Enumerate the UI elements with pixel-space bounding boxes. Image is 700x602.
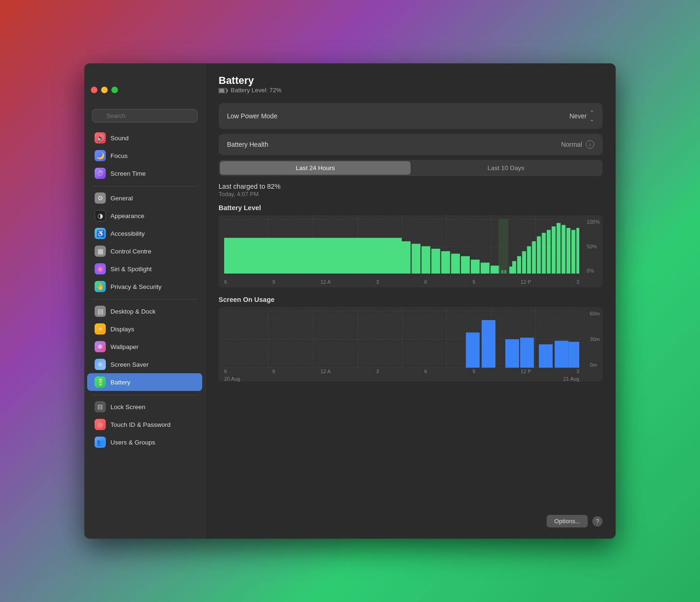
stepper-icon: ⌃⌄ [590,109,594,123]
sidebar-separator-1 [92,186,198,186]
footer: Options... ? [219,510,603,527]
search-wrapper: 🔍 [84,109,205,129]
svg-rect-9 [451,253,460,274]
svg-rect-8 [441,251,450,274]
battery-y-labels: 100% 50% 0% [587,215,600,287]
battery-x-labels: 6 9 12 A 3 6 9 12 P 3 [224,279,579,285]
svg-rect-28 [562,225,565,274]
sound-icon: 🔊 [95,132,106,144]
sidebar-item-sound[interactable]: 🔊 Sound [87,129,202,147]
screen-usage-chart-section: Screen On Usage [219,296,603,382]
help-button[interactable]: ? [592,516,603,527]
svg-rect-30 [571,230,575,274]
svg-rect-26 [552,226,556,274]
battery-level-text: Battery Level: 72% [231,87,281,94]
svg-rect-23 [537,236,541,274]
close-button[interactable] [91,87,97,93]
grid-line-0m [224,368,579,368]
svg-rect-21 [527,246,531,274]
options-button[interactable]: Options... [547,515,588,527]
sidebar-item-screensaver[interactable]: ❄ Screen Saver [87,356,202,373]
sidebar-item-appearance[interactable]: ◑ Appearance [87,207,202,225]
sidebar-item-label: Sound [110,135,129,142]
appearance-icon: ◑ [95,210,106,221]
screentime-icon: ⏱ [95,168,106,179]
maximize-button[interactable] [111,87,118,93]
charge-info: Last charged to 82% Today, 4:07 PM [219,183,603,198]
sidebar-item-label: Wallpaper [110,343,138,350]
svg-rect-1 [227,89,228,92]
svg-rect-33 [481,320,495,368]
battery-subtitle: Battery Level: 72% [219,87,281,94]
sidebar-item-label: Desktop & Dock [110,308,156,315]
sidebar-item-screentime[interactable]: ⏱ Screen Time [87,164,202,182]
sidebar-item-label: General [110,195,133,202]
sidebar-item-focus[interactable]: 🌙 Focus [87,147,202,164]
battery-health-row: Battery Health Normal i [219,134,603,155]
displays-icon: ☀ [95,323,106,335]
sidebar-item-label: Siri & Spotlight [110,266,152,273]
sidebar-item-accessibility[interactable]: ♿ Accessibility [87,225,202,242]
sidebar-item-siri[interactable]: ◎ Siri & Spotlight [87,260,202,278]
sidebar-item-label: Control Centre [110,248,151,255]
svg-rect-13 [491,266,500,274]
info-icon[interactable]: i [586,140,594,149]
usage-x-labels: 6 9 12 A 3 6 9 12 P 3 [224,369,579,374]
controlcentre-icon: ▦ [95,246,106,257]
date-label-2: 21 Aug [563,376,579,382]
sidebar: 🔍 🔊 Sound 🌙 Focus ⏱ Screen Time ⚙ [84,63,206,539]
svg-rect-17 [498,219,508,274]
sidebar-item-lockscreen[interactable]: ⊟ Lock Screen [87,398,202,416]
svg-rect-37 [555,341,569,368]
sidebar-item-privacy[interactable]: 🤚 Privacy & Security [87,278,202,295]
svg-rect-25 [547,230,550,274]
wallpaper-icon: ❃ [95,341,106,352]
svg-rect-34 [505,339,519,368]
focus-icon: 🌙 [95,150,106,161]
sidebar-item-touchid[interactable]: ◎ Touch ID & Password [87,416,202,433]
date-labels: 20 Aug 21 Aug [224,376,579,382]
svg-rect-10 [461,256,470,274]
sidebar-separator-3 [92,395,198,395]
battery-bars-svg [224,219,579,274]
low-power-mode-label: Low Power Mode [227,112,277,120]
svg-rect-20 [522,251,526,274]
sidebar-group-3: ▤ Desktop & Dock ☀ Displays ❃ Wallpaper … [84,302,205,391]
tab-10d[interactable]: Last 10 Days [411,161,601,175]
sidebar-separator-2 [92,299,198,300]
sidebar-item-label: Battery [110,379,130,386]
sidebar-item-label: Appearance [110,212,144,219]
svg-rect-6 [421,246,430,274]
page-title: Battery [219,75,281,87]
svg-rect-11 [471,260,480,274]
minimize-button[interactable] [101,87,108,93]
usage-chart: 60m 30m 0m 6 9 12 A 3 6 9 12 P 3 20 Aug [219,307,603,382]
sidebar-item-battery[interactable]: 🔋 Battery [87,373,202,391]
sidebar-item-general[interactable]: ⚙ General [87,189,202,207]
date-label-1: 20 Aug [224,376,240,382]
sidebar-item-label: Privacy & Security [110,283,162,290]
battery-nav-icon: 🔋 [95,376,106,388]
low-power-mode-row: Low Power Mode Never ⌃⌄ [219,103,603,129]
battery-chart-label: Battery Level [219,204,603,212]
sidebar-item-displays[interactable]: ☀ Displays [87,320,202,338]
battery-level-chart-section: Battery Level [219,204,603,287]
svg-rect-7 [432,249,440,274]
svg-rect-4 [402,241,411,274]
svg-rect-12 [480,263,489,274]
sidebar-item-label: Lock Screen [110,404,145,410]
sidebar-item-desktop[interactable]: ▤ Desktop & Dock [87,302,202,320]
svg-rect-2 [220,89,225,93]
sidebar-item-label: Screen Saver [110,361,149,368]
search-input[interactable] [92,109,198,123]
svg-rect-35 [520,338,534,368]
tab-24h[interactable]: Last 24 Hours [220,161,411,175]
svg-rect-29 [566,228,570,274]
svg-rect-24 [542,233,546,274]
sidebar-item-users[interactable]: 👥 Users & Groups [87,433,202,451]
sidebar-item-wallpaper[interactable]: ❃ Wallpaper [87,338,202,356]
sidebar-item-controlcentre[interactable]: ▦ Control Centre [87,242,202,260]
sidebar-group-2: ⚙ General ◑ Appearance ♿ Accessibility ▦… [84,189,205,295]
low-power-mode-value[interactable]: Never ⌃⌄ [570,109,594,123]
usage-y-labels: 60m 30m 0m [590,307,600,382]
